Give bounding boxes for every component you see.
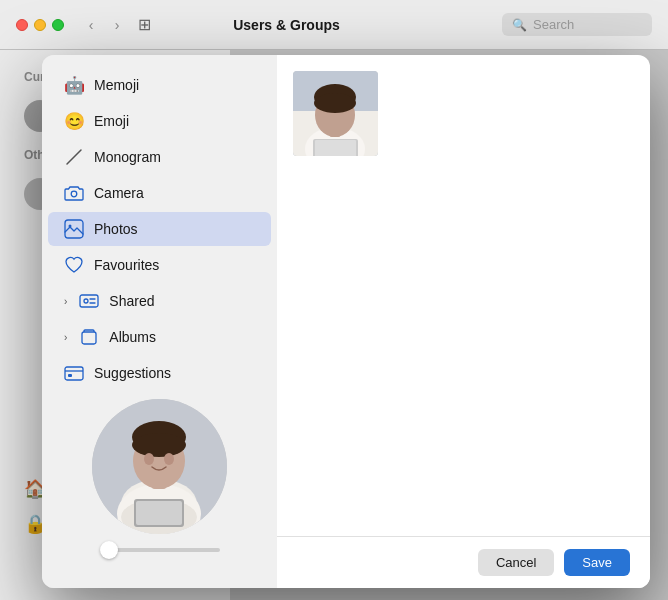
albums-chevron: › <box>64 332 67 343</box>
camera-label: Camera <box>94 185 144 201</box>
svg-point-1 <box>71 191 77 197</box>
menu-panel: 🤖 Memoji 😊 Emoji Monogram Camera <box>42 55 277 588</box>
svg-line-0 <box>67 150 81 164</box>
emoji-label: Emoji <box>94 113 129 129</box>
menu-item-camera[interactable]: Camera <box>48 176 271 210</box>
favourites-label: Favourites <box>94 257 159 273</box>
menu-item-favourites[interactable]: Favourites <box>48 248 271 282</box>
photo-preview-circle <box>92 399 227 534</box>
menu-item-memoji[interactable]: 🤖 Memoji <box>48 68 271 102</box>
slider-thumb[interactable] <box>100 541 118 559</box>
emoji-icon: 😊 <box>64 111 84 131</box>
svg-rect-20 <box>136 501 182 525</box>
svg-point-3 <box>69 225 72 228</box>
shared-icon <box>79 291 99 311</box>
photos-label: Photos <box>94 221 138 237</box>
albums-label: Albums <box>109 329 156 345</box>
monogram-icon <box>64 147 84 167</box>
menu-item-shared[interactable]: › Shared <box>48 284 271 318</box>
cancel-button[interactable]: Cancel <box>478 549 554 576</box>
menu-item-photos[interactable]: Photos <box>48 212 271 246</box>
albums-icon <box>79 327 99 347</box>
menu-item-suggestions[interactable]: Suggestions <box>48 356 271 390</box>
photos-icon <box>64 219 84 239</box>
suggestions-label: Suggestions <box>94 365 171 381</box>
memoji-icon: 🤖 <box>64 75 84 95</box>
zoom-slider-container <box>66 548 254 552</box>
search-placeholder: Search <box>533 17 574 32</box>
favourites-icon <box>64 255 84 275</box>
maximize-button[interactable] <box>52 19 64 31</box>
modal: 🤖 Memoji 😊 Emoji Monogram Camera <box>42 55 650 588</box>
shared-label: Shared <box>109 293 154 309</box>
menu-item-monogram[interactable]: Monogram <box>48 140 271 174</box>
save-button[interactable]: Save <box>564 549 630 576</box>
shared-chevron: › <box>64 296 67 307</box>
titlebar: ‹ › ⊞ Users & Groups 🔍 Search <box>0 0 668 50</box>
zoom-slider[interactable] <box>100 548 220 552</box>
svg-point-5 <box>84 299 88 303</box>
svg-point-17 <box>164 453 174 465</box>
photo-panel: Cancel Save <box>277 55 650 588</box>
close-button[interactable] <box>16 19 28 31</box>
menu-item-albums[interactable]: › Albums <box>48 320 271 354</box>
svg-rect-4 <box>80 295 98 307</box>
memoji-label: Memoji <box>94 77 139 93</box>
svg-point-16 <box>144 453 154 465</box>
search-bar[interactable]: 🔍 Search <box>502 13 652 36</box>
photo-thumbnail[interactable] <box>293 71 378 156</box>
svg-rect-29 <box>315 140 356 156</box>
svg-rect-8 <box>68 374 72 377</box>
button-bar: Cancel Save <box>277 537 650 588</box>
svg-point-15 <box>132 433 186 457</box>
search-icon: 🔍 <box>512 18 527 32</box>
svg-point-27 <box>314 93 356 113</box>
photo-grid <box>277 55 650 536</box>
monogram-label: Monogram <box>94 149 161 165</box>
window-title: Users & Groups <box>71 17 502 33</box>
svg-rect-6 <box>82 332 96 344</box>
camera-icon <box>64 183 84 203</box>
minimize-button[interactable] <box>34 19 46 31</box>
suggestions-icon <box>64 363 84 383</box>
svg-rect-7 <box>65 367 83 380</box>
menu-item-emoji[interactable]: 😊 Emoji <box>48 104 271 138</box>
traffic-lights <box>16 19 64 31</box>
